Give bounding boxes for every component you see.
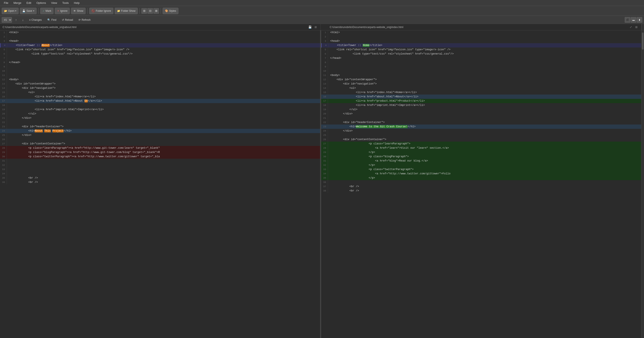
- line-content[interactable]: [328, 60, 641, 64]
- menu-merge[interactable]: Merge: [11, 1, 24, 5]
- line-content[interactable]: [7, 64, 320, 69]
- line-content[interactable]: [7, 56, 320, 60]
- menu-file[interactable]: File: [2, 1, 10, 5]
- line-content[interactable]: <br />: [328, 184, 641, 189]
- line-content[interactable]: <html>: [7, 30, 320, 35]
- pane-layout-btn-3[interactable]: ▮: [637, 17, 642, 23]
- line-content[interactable]: <div id="contentWrapper">: [328, 78, 641, 82]
- line-content[interactable]: [7, 120, 320, 124]
- line-content[interactable]: <div id="headerContainer">: [328, 120, 641, 124]
- line-content[interactable]: [7, 73, 320, 78]
- line-content[interactable]: <head>: [7, 39, 320, 43]
- line-content[interactable]: <p class="learnParagraph">: [328, 142, 641, 146]
- line-content[interactable]: [7, 35, 320, 39]
- line-content[interactable]: <p class="learnParagraph"><a href="http:…: [7, 146, 320, 150]
- mark-button[interactable]: ✓ Mark: [40, 8, 54, 14]
- up-arrow-button[interactable]: ↑: [13, 17, 19, 23]
- line-content[interactable]: [7, 163, 320, 167]
- line-content[interactable]: <li><a href="product.html">Product</a></…: [328, 99, 641, 103]
- line-content[interactable]: <li><a href="imprint.html">Imprint</a></…: [7, 108, 320, 112]
- line-content[interactable]: </p>: [328, 150, 641, 154]
- layout-btn-1[interactable]: ⊞: [142, 8, 147, 14]
- styles-button[interactable]: 🎨 Styles: [162, 8, 178, 14]
- ignore-button[interactable]: ✕ Ignore: [55, 8, 70, 14]
- right-scrollbar[interactable]: [642, 30, 644, 338]
- line-content[interactable]: <a href="learn">Visit our "learn" sectio…: [328, 146, 641, 150]
- line-content[interactable]: <p class="twitterParagraph"><a href="htt…: [7, 154, 320, 159]
- line-content[interactable]: <li><a href="about.html">About</a></li>: [328, 94, 641, 99]
- find-button[interactable]: 🔍 Find: [45, 17, 58, 23]
- right-diff-pane[interactable]: 1<html>23<head>4 <title>Tower :: Home</t…: [321, 30, 642, 338]
- change-selector[interactable]: #1: [2, 17, 12, 23]
- menu-help[interactable]: Help: [72, 1, 82, 5]
- line-content[interactable]: <a href="blog">Read our blog.</a>: [328, 159, 641, 163]
- line-content[interactable]: </div>: [328, 129, 641, 133]
- line-content[interactable]: [7, 69, 320, 73]
- line-content[interactable]: <div id="contentContainer">: [7, 142, 320, 146]
- line-content[interactable]: [7, 167, 320, 172]
- line-content[interactable]: <li><a href="index.html">Home</a></li>: [7, 94, 320, 99]
- line-content[interactable]: <br />: [7, 176, 320, 180]
- line-content[interactable]: </div>: [328, 112, 641, 116]
- layout-btn-2[interactable]: ⊟: [148, 8, 153, 14]
- line-content[interactable]: <html>: [328, 30, 641, 35]
- down-arrow-button[interactable]: ↓: [20, 17, 26, 23]
- line-content[interactable]: <h1>Welcome to the Git Crash Course!</h1…: [328, 124, 641, 129]
- line-content[interactable]: <link rel="shortcut icon" href="img/favi…: [7, 48, 320, 52]
- line-content[interactable]: <body>: [328, 73, 641, 78]
- line-content[interactable]: <ul>: [7, 90, 320, 94]
- line-content[interactable]: <a href="http://www.twitter.com/gittower…: [328, 172, 641, 176]
- line-content[interactable]: [328, 133, 641, 137]
- line-content[interactable]: <link rel="shortcut icon" href="img/favi…: [328, 48, 641, 52]
- line-content[interactable]: </ul>: [328, 108, 641, 112]
- save-button[interactable]: 💾 Save ▾: [20, 8, 36, 14]
- refresh-button[interactable]: ⟳ Refresh: [76, 17, 93, 23]
- line-content[interactable]: </div>: [7, 133, 320, 137]
- line-content[interactable]: [328, 64, 641, 69]
- menu-options[interactable]: Options: [34, 1, 48, 5]
- line-content[interactable]: <li><a href="index.html">Home</a></li>: [328, 90, 641, 94]
- line-content[interactable]: <title>Tower :: Home</title>: [328, 43, 641, 48]
- menu-view[interactable]: View: [49, 1, 59, 5]
- reload-button[interactable]: ↺ Reload: [60, 17, 75, 23]
- line-content[interactable]: <body>: [7, 78, 320, 82]
- line-content[interactable]: <div id="navigation">: [7, 86, 320, 90]
- open-button[interactable]: 📂 Open ▾: [2, 8, 18, 14]
- layout-btn-3[interactable]: ⊠: [154, 8, 159, 14]
- line-content[interactable]: <li><a href="imprint.html">Imprint</a></…: [328, 103, 641, 108]
- line-content[interactable]: <head>: [328, 39, 641, 43]
- line-content[interactable]: </head>: [328, 56, 641, 60]
- line-content[interactable]: <ul>: [328, 86, 641, 90]
- show-button[interactable]: 👁 Show: [71, 8, 86, 14]
- left-diff-pane[interactable]: 1<html>23<head>4 <title>Tower :: About</…: [0, 30, 320, 338]
- folder-ignore-button[interactable]: 🚫 Folder Ignore: [89, 8, 113, 14]
- line-content[interactable]: [7, 103, 320, 108]
- line-content[interactable]: </ul>: [7, 112, 320, 116]
- line-content[interactable]: <div id="headerContainer">: [7, 124, 320, 129]
- line-content[interactable]: </p>: [328, 176, 641, 180]
- line-content[interactable]: <li><a href="about.html">About Us</a></l…: [7, 99, 320, 103]
- left-save-icon[interactable]: 💾: [308, 25, 312, 30]
- line-content[interactable]: <p class="blogParagraph"><a href="http:/…: [7, 150, 320, 154]
- line-content[interactable]: </div>: [7, 116, 320, 120]
- line-content[interactable]: <title>Tower :: About</title>: [7, 43, 320, 48]
- line-content[interactable]: <p class="twitterParagraph">: [328, 167, 641, 172]
- line-content[interactable]: <link type="text/css" rel="stylesheet" h…: [328, 52, 641, 56]
- changes-button[interactable]: ≡ Changes: [27, 17, 44, 23]
- line-content[interactable]: <div id="contentWrapper">: [7, 82, 320, 86]
- line-content[interactable]: </p>: [328, 163, 641, 167]
- line-content[interactable]: <div id="navigation">: [328, 82, 641, 86]
- line-content[interactable]: [7, 172, 320, 176]
- left-pane-icon[interactable]: ⊞: [313, 25, 318, 30]
- right-arrow-icon[interactable]: ⤢: [628, 25, 633, 30]
- line-content[interactable]: [328, 116, 641, 120]
- line-content[interactable]: <p class="blogParagraph">: [328, 154, 641, 159]
- menu-tools[interactable]: Tools: [60, 1, 71, 5]
- line-content[interactable]: </head>: [7, 60, 320, 64]
- pane-layout-btn-1[interactable]: ⬛: [625, 17, 630, 23]
- line-content[interactable]: [328, 35, 641, 39]
- right-pane-icon[interactable]: ⊞: [634, 25, 639, 30]
- line-content[interactable]: [7, 137, 320, 142]
- line-content[interactable]: [328, 180, 641, 184]
- folder-show-button[interactable]: 📁 Folder Show: [115, 8, 138, 14]
